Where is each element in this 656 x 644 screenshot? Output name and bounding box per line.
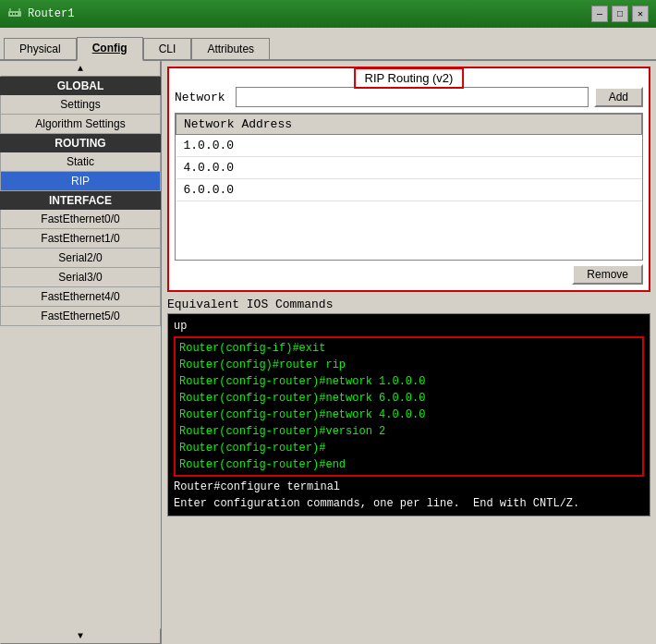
sidebar-item-fastethernet4-0[interactable]: FastEthernet4/0 (0, 287, 161, 307)
svg-point-2 (13, 13, 15, 15)
sidebar: ▲ GLOBAL Settings Algorithm Settings ROU… (0, 61, 162, 644)
ios-line: Router(config)#router rip (179, 357, 638, 373)
sidebar-item-static[interactable]: Static (0, 152, 161, 172)
ios-red-border-group: Router(config-if)#exitRouter(config)#rou… (174, 336, 644, 477)
tab-physical[interactable]: Physical (4, 38, 77, 59)
ios-line: Router(config-router)#end (179, 456, 638, 473)
table-row: 4.0.0.0 (176, 157, 642, 179)
tab-bar: Physical Config CLI Attributes (0, 28, 656, 61)
network-label: Network (175, 91, 230, 104)
sidebar-header-routing: ROUTING (0, 134, 161, 152)
main-content: ▲ GLOBAL Settings Algorithm Settings ROU… (0, 61, 656, 644)
ios-line: Router(config-router)#network 6.0.0.0 (179, 390, 638, 407)
ios-section: Equivalent IOS Commands upRouter(config-… (167, 298, 650, 638)
svg-point-3 (16, 13, 18, 15)
ios-line: Router(config-router)#network 4.0.0.0 (179, 407, 638, 423)
network-address-cell: 6.0.0.0 (176, 179, 642, 201)
scroll-up-arrow[interactable]: ▲ (0, 61, 161, 77)
sidebar-item-rip[interactable]: RIP (0, 172, 161, 191)
ios-line: Router#configure terminal (174, 479, 644, 495)
title-bar-controls: — □ ✕ (591, 6, 649, 22)
ios-line: Router(config-router)# (179, 440, 638, 456)
sidebar-item-fastethernet1-0[interactable]: FastEthernet1/0 (0, 229, 161, 249)
title-bar-title: Router1 (28, 7, 74, 20)
sidebar-item-serial3-0[interactable]: Serial3/0 (0, 268, 161, 287)
network-address-cell: 4.0.0.0 (176, 157, 642, 179)
remove-button[interactable]: Remove (572, 264, 643, 285)
sidebar-header-global: GLOBAL (0, 77, 161, 95)
network-input[interactable] (236, 87, 589, 107)
network-address-cell: 1.0.0.0 (176, 135, 642, 157)
rip-routing-title: RIP Routing (v2) (354, 67, 465, 89)
sidebar-item-fastethernet5-0[interactable]: FastEthernet5/0 (0, 307, 161, 326)
tab-cli[interactable]: CLI (143, 38, 192, 59)
remove-row: Remove (175, 264, 643, 285)
network-table-header: Network Address (176, 115, 642, 135)
network-table-wrapper: Network Address 1.0.0.04.0.0.06.0.0.0 (175, 113, 643, 261)
sidebar-header-interface: INTERFACE (0, 191, 161, 210)
sidebar-scroll: GLOBAL Settings Algorithm Settings ROUTI… (0, 77, 161, 628)
rip-content: Network Add Network Address 1.0.0.04.0.0… (175, 87, 643, 285)
maximize-button[interactable]: □ (612, 6, 628, 22)
tab-config[interactable]: Config (77, 37, 143, 61)
ios-line: Router(config-if)#exit (179, 340, 638, 357)
table-row: 1.0.0.0 (176, 135, 642, 157)
table-row: 6.0.0.0 (176, 179, 642, 201)
ios-line: up (174, 318, 644, 334)
ios-line: Router(config-router)#version 2 (179, 423, 638, 440)
ios-terminal[interactable]: upRouter(config-if)#exitRouter(config)#r… (167, 313, 650, 516)
sidebar-item-settings[interactable]: Settings (0, 95, 161, 115)
scroll-down-arrow[interactable]: ▼ (0, 628, 161, 644)
close-button[interactable]: ✕ (632, 6, 649, 22)
add-button[interactable]: Add (594, 87, 643, 107)
ios-line: Router(config-router)#network 1.0.0.0 (179, 373, 638, 390)
svg-point-1 (10, 13, 12, 15)
minimize-button[interactable]: — (591, 6, 608, 22)
tab-attributes[interactable]: Attributes (191, 38, 270, 59)
sidebar-item-fastethernet0-0[interactable]: FastEthernet0/0 (0, 210, 161, 229)
network-input-row: Network Add (175, 87, 643, 107)
ios-line: Enter configuration commands, one per li… (174, 495, 644, 512)
ios-commands-label: Equivalent IOS Commands (167, 298, 650, 311)
router-icon (7, 6, 22, 21)
title-bar-left: Router1 (7, 6, 74, 21)
network-table: Network Address 1.0.0.04.0.0.06.0.0.0 (176, 114, 642, 201)
rip-routing-box: RIP Routing (v2) Network Add Network Add… (167, 67, 650, 292)
sidebar-item-serial2-0[interactable]: Serial2/0 (0, 249, 161, 268)
sidebar-item-algorithm-settings[interactable]: Algorithm Settings (0, 115, 161, 134)
title-bar: Router1 — □ ✕ (0, 0, 656, 28)
right-panel: RIP Routing (v2) Network Add Network Add… (162, 61, 656, 644)
